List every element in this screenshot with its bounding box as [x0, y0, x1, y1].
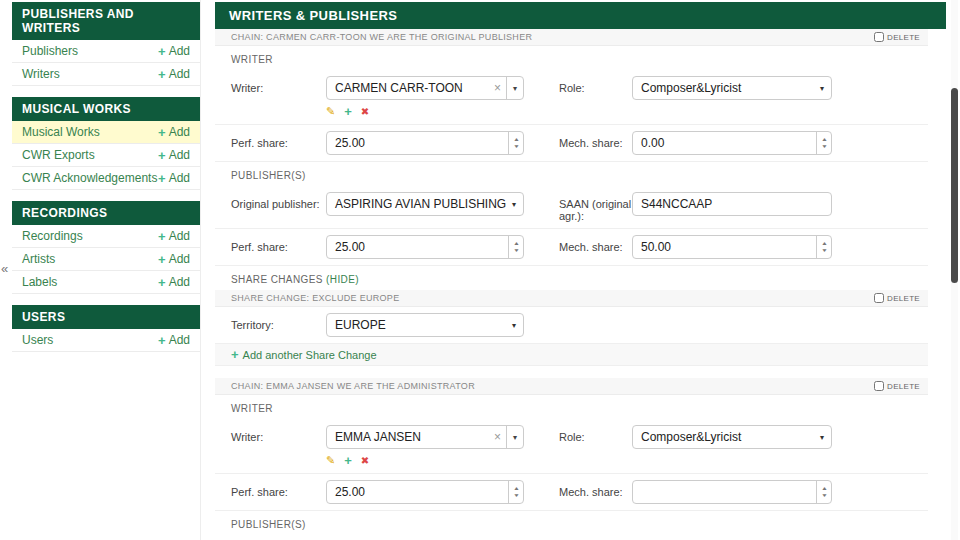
add-artist-button[interactable]: +Add: [158, 252, 190, 266]
plus-icon: +: [158, 253, 166, 266]
share-change-delete: DELETE: [874, 293, 920, 303]
role-field-wrap: Composer&Lyricist ▾: [632, 76, 832, 100]
add-publisher-button[interactable]: +Add: [158, 44, 190, 58]
chain2-writer-shares-row: Perf. share: 25.00 ▲ ▼ Mech. share: ▲ ▼: [215, 474, 928, 511]
writer-field-wrap: EMMA JANSEN × ▾ ✎ + ✖: [326, 425, 524, 467]
sidebar-item-musical-works[interactable]: Musical Works +Add: [12, 121, 200, 144]
sidebar: PUBLISHERS AND WRITERS Publishers +Add W…: [12, 2, 200, 363]
add-recording-button[interactable]: +Add: [158, 229, 190, 243]
mech-share-stepper[interactable]: ▲ ▼: [632, 480, 832, 504]
add-user-button[interactable]: +Add: [158, 333, 190, 347]
add-cwr-acknowledgement-button[interactable]: +Add: [158, 171, 190, 185]
writer-field-wrap: CARMEN CARR-TOON × ▾ ✎ + ✖: [326, 76, 524, 118]
decrement-icon[interactable]: ▼: [513, 248, 520, 253]
decrement-icon[interactable]: ▼: [821, 248, 828, 253]
sidebar-section-title: PUBLISHERS AND WRITERS: [12, 2, 200, 40]
territory-row: Territory: EUROPE ▾: [215, 307, 928, 344]
hide-link[interactable]: (HIDE): [326, 274, 359, 285]
perf-share-label: Perf. share:: [231, 131, 326, 149]
increment-icon[interactable]: ▲: [513, 486, 520, 491]
delete-checkbox[interactable]: [874, 32, 884, 42]
increment-icon[interactable]: ▲: [821, 137, 828, 142]
chain-header-text: CHAIN: CARMEN CARR-TOON WE ARE THE ORIGI…: [231, 32, 532, 42]
mech-share-stepper[interactable]: 0.00 ▲ ▼: [632, 131, 832, 155]
clear-icon[interactable]: ×: [489, 430, 506, 444]
increment-icon[interactable]: ▲: [513, 137, 520, 142]
sidebar-item-publishers[interactable]: Publishers +Add: [12, 40, 200, 63]
chevron-down-icon: ▾: [512, 200, 523, 209]
spinner-buttons[interactable]: ▲ ▼: [508, 236, 523, 258]
chain1-publisher-shares-row: Perf. share: 25.00 ▲ ▼ Mech. share: 50.0…: [215, 229, 928, 266]
perf-share-label: Perf. share:: [231, 480, 326, 498]
clear-icon[interactable]: ×: [489, 81, 506, 95]
writer-actions: ✎ + ✖: [326, 105, 524, 118]
page-title: WRITERS & PUBLISHERS: [215, 2, 946, 29]
chain1-publisher-row: Original publisher: ASPIRING AVIAN PUBLI…: [215, 186, 928, 229]
writer-label: Writer:: [231, 76, 326, 94]
saan-input[interactable]: [632, 192, 832, 216]
spinner-buttons[interactable]: ▲ ▼: [816, 481, 831, 503]
publishers-heading: PUBLISHER(S): [215, 162, 928, 186]
chain2-delete: DELETE: [874, 381, 920, 391]
delete-label: DELETE: [887, 33, 920, 42]
role-select-value: Composer&Lyricist: [633, 81, 820, 95]
decrement-icon[interactable]: ▼: [821, 144, 828, 149]
role-label: Role:: [559, 425, 632, 443]
sidebar-item-recordings[interactable]: Recordings +Add: [12, 225, 200, 248]
role-select[interactable]: Composer&Lyricist ▾: [632, 425, 832, 449]
sidebar-section-musical-works: MUSICAL WORKS Musical Works +Add CWR Exp…: [12, 97, 200, 190]
increment-icon[interactable]: ▲: [821, 241, 828, 246]
mech-share-label: Mech. share:: [559, 235, 632, 253]
original-publisher-select[interactable]: ASPIRING AVIAN PUBLISHING ▾: [326, 192, 524, 216]
sidebar-item-label: CWR Acknowledgements: [22, 171, 157, 185]
add-label-button[interactable]: +Add: [158, 275, 190, 289]
spinner-buttons[interactable]: ▲ ▼: [508, 481, 523, 503]
writer-select[interactable]: CARMEN CARR-TOON × ▾: [326, 76, 524, 100]
share-change-header: SHARE CHANGE: EXCLUDE EUROPE DELETE: [215, 290, 928, 307]
edit-icon[interactable]: ✎: [326, 105, 335, 118]
decrement-icon[interactable]: ▼: [513, 144, 520, 149]
territory-select[interactable]: EUROPE ▾: [326, 313, 524, 337]
sidebar-item-labels[interactable]: Labels +Add: [12, 271, 200, 294]
decrement-icon[interactable]: ▼: [513, 493, 520, 498]
sidebar-item-writers[interactable]: Writers +Add: [12, 63, 200, 86]
decrement-icon[interactable]: ▼: [821, 493, 828, 498]
role-select[interactable]: Composer&Lyricist ▾: [632, 76, 832, 100]
add-icon[interactable]: +: [344, 454, 352, 467]
add-cwr-export-button[interactable]: +Add: [158, 148, 190, 162]
add-writer-button[interactable]: +Add: [158, 67, 190, 81]
delete-checkbox[interactable]: [874, 381, 884, 391]
sidebar-item-cwr-exports[interactable]: CWR Exports +Add: [12, 144, 200, 167]
add-musical-work-button[interactable]: +Add: [158, 125, 190, 139]
plus-icon: +: [158, 126, 166, 139]
add-icon[interactable]: +: [344, 105, 352, 118]
writer-select[interactable]: EMMA JANSEN × ▾: [326, 425, 524, 449]
mech-share-label: Mech. share:: [559, 131, 632, 149]
perf-share-label: Perf. share:: [231, 235, 326, 253]
increment-icon[interactable]: ▲: [821, 486, 828, 491]
chain1-writer-row: Writer: CARMEN CARR-TOON × ▾ ✎ + ✖ Role:…: [215, 70, 928, 125]
spinner-buttons[interactable]: ▲ ▼: [816, 236, 831, 258]
remove-icon[interactable]: ✖: [361, 106, 369, 117]
perf-share-stepper[interactable]: 25.00 ▲ ▼: [326, 131, 524, 155]
writer-heading: WRITER: [215, 46, 928, 70]
sidebar-item-users[interactable]: Users +Add: [12, 329, 200, 352]
remove-icon[interactable]: ✖: [361, 455, 369, 466]
share-changes-title: SHARE CHANGES: [231, 274, 323, 285]
spinner-buttons[interactable]: ▲ ▼: [508, 132, 523, 154]
add-share-change-link[interactable]: + Add another Share Change: [215, 344, 928, 366]
delete-checkbox[interactable]: [874, 293, 884, 303]
sidebar-item-artists[interactable]: Artists +Add: [12, 248, 200, 271]
scrollbar-thumb[interactable]: [951, 88, 958, 283]
increment-icon[interactable]: ▲: [513, 241, 520, 246]
mech-share-stepper[interactable]: 50.00 ▲ ▼: [632, 235, 832, 259]
sidebar-item-cwr-acknowledgements[interactable]: CWR Acknowledgements +Add: [12, 167, 200, 190]
edit-icon[interactable]: ✎: [326, 454, 335, 467]
sidebar-collapse-icon[interactable]: «: [1, 261, 8, 276]
plus-icon: +: [231, 348, 239, 361]
spinner-buttons[interactable]: ▲ ▼: [816, 132, 831, 154]
plus-icon: +: [158, 334, 166, 347]
perf-share-value: 25.00: [327, 136, 508, 150]
perf-share-stepper[interactable]: 25.00 ▲ ▼: [326, 480, 524, 504]
perf-share-stepper[interactable]: 25.00 ▲ ▼: [326, 235, 524, 259]
